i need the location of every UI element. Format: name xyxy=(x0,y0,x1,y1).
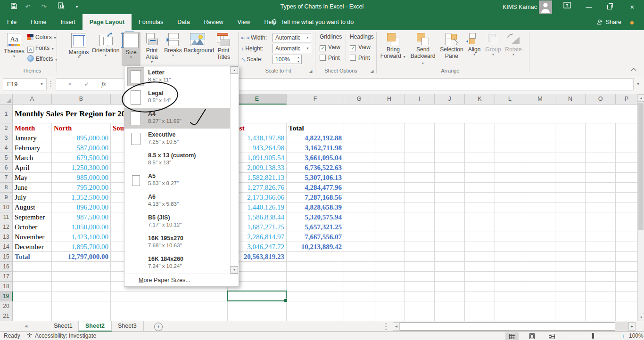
cell-J7[interactable] xyxy=(435,173,465,183)
cell-G18[interactable] xyxy=(344,282,374,291)
cell-A19[interactable] xyxy=(13,291,52,301)
cell-H14[interactable] xyxy=(374,242,405,252)
cell-A11[interactable]: September xyxy=(13,212,52,222)
cell-G16[interactable] xyxy=(344,262,374,272)
paper-size-item-legal[interactable]: Legal8.5" x 14" xyxy=(124,87,231,108)
row-header-14[interactable]: 14 xyxy=(0,242,13,252)
cell-L16[interactable] xyxy=(495,262,525,272)
cell-M20[interactable] xyxy=(525,301,555,311)
cell-B6[interactable]: 1,250,300.00 xyxy=(52,163,111,173)
cell-L10[interactable] xyxy=(495,202,525,212)
cell-C21[interactable] xyxy=(111,311,169,321)
themes-button[interactable]: Aa Themes ▼ xyxy=(3,32,25,66)
cell-N3[interactable] xyxy=(555,133,586,143)
column-header-J[interactable]: J xyxy=(435,94,465,105)
cell-M21[interactable] xyxy=(525,311,555,321)
cell-L15[interactable] xyxy=(495,252,525,262)
cell-M17[interactable] xyxy=(525,272,555,282)
row-header-11[interactable]: 11 xyxy=(0,212,13,222)
cell-O11[interactable] xyxy=(586,212,616,222)
cell-H5[interactable] xyxy=(374,153,405,163)
cell-J10[interactable] xyxy=(435,202,465,212)
column-header-N[interactable]: N xyxy=(555,94,586,105)
row-header-8[interactable]: 8 xyxy=(0,183,13,193)
cell-G8[interactable] xyxy=(344,183,374,193)
cell-J16[interactable] xyxy=(435,262,465,272)
user-name[interactable]: KIMS Kamac xyxy=(503,4,537,10)
cell-B21[interactable] xyxy=(52,311,111,321)
cell-P7[interactable] xyxy=(616,173,638,183)
cell-H2[interactable] xyxy=(374,123,405,133)
cell-H15[interactable] xyxy=(374,252,405,262)
column-header-A[interactable]: A xyxy=(13,94,52,105)
cell-B18[interactable] xyxy=(52,282,111,291)
avatar[interactable] xyxy=(539,0,552,14)
cell-O15[interactable] xyxy=(586,252,616,262)
cell-H12[interactable] xyxy=(374,222,405,232)
colors-button[interactable]: Colors ▼ xyxy=(27,32,57,42)
cell-A1[interactable]: Monthly Sales Per Region for 2020 xyxy=(13,105,52,123)
accessibility-status[interactable]: Accessibility: Investigate xyxy=(35,332,96,339)
row-header-7[interactable]: 7 xyxy=(0,173,13,183)
cell-P17[interactable] xyxy=(616,272,638,282)
cell-J19[interactable] xyxy=(435,291,465,301)
ribbon-tab-formulas[interactable]: Formulas xyxy=(132,14,170,30)
cell-I13[interactable] xyxy=(405,232,435,242)
row-header-17[interactable]: 17 xyxy=(0,272,13,282)
cell-A12[interactable]: October xyxy=(13,222,52,232)
cell-O5[interactable] xyxy=(586,153,616,163)
cell-L21[interactable] xyxy=(495,311,525,321)
cell-M15[interactable] xyxy=(525,252,555,262)
cell-J5[interactable] xyxy=(435,153,465,163)
cell-M9[interactable] xyxy=(525,193,555,202)
dropdown-scroll-up-icon[interactable]: ▲ xyxy=(231,66,238,74)
more-paper-sizes-item[interactable]: More Paper Sizes... xyxy=(124,274,239,286)
cell-F21[interactable] xyxy=(287,311,344,321)
cell-A21[interactable] xyxy=(13,311,52,321)
cell-N5[interactable] xyxy=(555,153,586,163)
cell-A2[interactable]: Month xyxy=(13,123,52,133)
collapse-ribbon-icon[interactable] xyxy=(631,66,636,73)
cell-I15[interactable] xyxy=(405,252,435,262)
cell-A8[interactable]: June xyxy=(13,183,52,193)
cell-L6[interactable] xyxy=(495,163,525,173)
cell-K2[interactable] xyxy=(465,123,495,133)
cell-D21[interactable] xyxy=(169,311,228,321)
hscroll-left-icon[interactable]: ◀ xyxy=(393,322,400,331)
row-header-5[interactable]: 5 xyxy=(0,153,13,163)
cell-N4[interactable] xyxy=(555,143,586,153)
cell-F7[interactable]: 5,307,106.13 xyxy=(287,173,344,183)
cell-F19[interactable] xyxy=(287,291,344,301)
row-header-15[interactable]: 15 xyxy=(0,252,13,262)
cell-P11[interactable] xyxy=(616,212,638,222)
cell-I8[interactable] xyxy=(405,183,435,193)
cell-P6[interactable] xyxy=(616,163,638,173)
cell-L7[interactable] xyxy=(495,173,525,183)
ribbon-tab-home[interactable]: Home xyxy=(24,14,53,30)
cell-I9[interactable] xyxy=(405,193,435,202)
sheet-tab-sheet3[interactable]: Sheet3 xyxy=(111,321,144,332)
sheet-options-dialog-launcher-icon[interactable]: ◢ xyxy=(369,68,375,74)
tab-scroll-left-icon[interactable]: ◀ xyxy=(25,321,27,332)
cell-F15[interactable] xyxy=(287,252,344,262)
cell-L3[interactable] xyxy=(495,133,525,143)
cell-G9[interactable] xyxy=(344,193,374,202)
cell-B14[interactable]: 1,895,700.00 xyxy=(52,242,111,252)
cell-A4[interactable]: February xyxy=(13,143,52,153)
selection-pane-button[interactable]: Selection Pane xyxy=(438,32,465,66)
cell-M4[interactable] xyxy=(525,143,555,153)
row-header-12[interactable]: 12 xyxy=(0,222,13,232)
cell-L20[interactable] xyxy=(495,301,525,311)
cell-F3[interactable]: 4,822,192.88 xyxy=(287,133,344,143)
row-header-20[interactable]: 20 xyxy=(0,301,13,311)
column-header-M[interactable]: M xyxy=(525,94,555,105)
cell-D20[interactable] xyxy=(169,301,228,311)
scale-spinner[interactable]: 100%▲▼ xyxy=(272,55,302,64)
cell-I1[interactable] xyxy=(405,105,435,123)
cell-A16[interactable] xyxy=(13,262,52,272)
gridlines-view-checkbox[interactable]: ✓View xyxy=(320,42,340,52)
row-header-13[interactable]: 13 xyxy=(0,232,13,242)
cell-A18[interactable] xyxy=(13,282,52,291)
cell-N9[interactable] xyxy=(555,193,586,202)
cell-P13[interactable] xyxy=(616,232,638,242)
